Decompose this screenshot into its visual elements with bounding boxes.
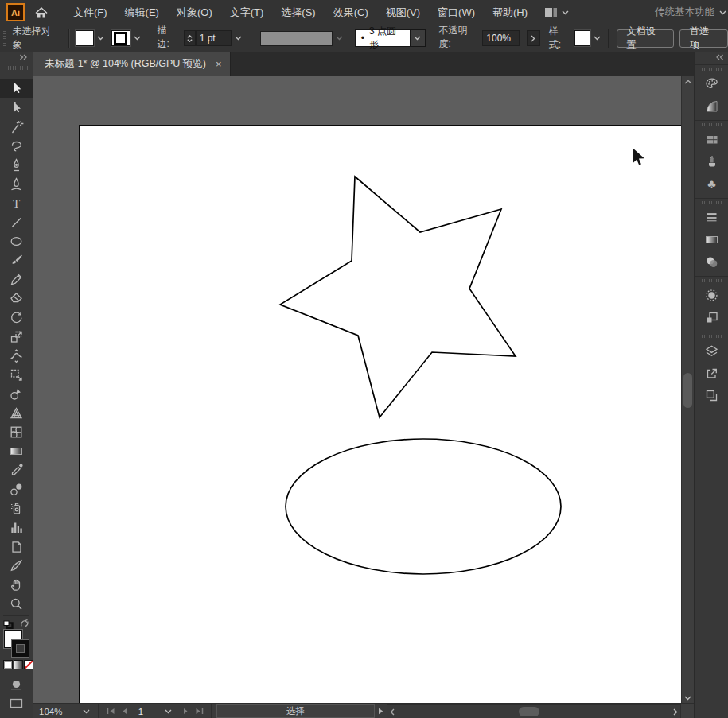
rotate-tool[interactable] [0,308,33,327]
fill-color-swatch[interactable] [76,30,94,46]
zoom-chevron-icon[interactable] [83,709,90,714]
brushes-panel-button[interactable] [695,150,728,173]
arrange-documents-button[interactable] [544,7,569,17]
chevron-down-icon[interactable] [97,36,104,41]
dock-grip[interactable] [6,66,28,70]
shaper-tool[interactable] [0,270,33,289]
swap-fill-stroke-icon[interactable] [20,619,29,627]
gradient-tool[interactable] [0,441,33,460]
transparency-panel-button[interactable] [695,250,728,273]
scroll-right-icon[interactable] [673,708,678,716]
zoom-level-value[interactable]: 104% [39,707,83,716]
color-mode-button[interactable] [3,660,13,669]
lasso-tool[interactable] [0,136,33,155]
more-options-button[interactable] [527,30,540,46]
shape-builder-tool[interactable] [0,384,33,403]
layers-panel-button[interactable] [695,340,728,362]
preferences-button[interactable]: 首选项 [679,29,728,48]
double-chevron-right-icon[interactable] [19,54,28,60]
close-tab-icon[interactable]: × [216,59,222,69]
ellipse-tool[interactable] [0,231,33,250]
home-icon[interactable] [34,6,49,19]
gradient-mode-button[interactable] [14,660,23,669]
type-tool[interactable]: T [0,193,33,212]
double-chevron-left-icon[interactable] [715,54,724,64]
magic-wand-tool[interactable] [0,117,33,136]
hand-tool[interactable] [0,575,33,594]
stroke-weight-label[interactable]: 描边: [158,24,179,52]
stroke-panel-button[interactable] [695,206,728,228]
scale-tool[interactable] [0,327,33,346]
menu-item-8[interactable]: 帮助(H) [484,0,536,25]
menu-item-0[interactable]: 文件(F) [64,0,116,25]
chevron-down-icon[interactable] [235,36,242,41]
horizontal-scroll-thumb[interactable] [519,707,539,716]
chevron-down-icon[interactable] [411,29,425,47]
zoom-tool[interactable] [0,594,33,613]
selection-tool[interactable] [0,79,33,98]
artboard-chevron-icon[interactable] [165,709,172,714]
document-tab[interactable]: 未标题-1* @ 104% (RGB/GPU 预览) × [33,52,231,76]
vertical-scrollbar[interactable] [681,76,695,703]
opacity-label[interactable]: 不透明度: [439,24,479,52]
paintbrush-tool[interactable] [0,250,33,270]
free-transform-tool[interactable] [0,365,33,384]
width-tool[interactable] [0,346,33,365]
scroll-down-icon[interactable] [684,696,691,701]
chevron-down-icon[interactable] [594,36,601,41]
menu-item-6[interactable]: 视图(V) [377,0,429,25]
curvature-tool[interactable] [0,174,33,193]
artboards-panel-button[interactable] [695,384,728,406]
horizontal-scrollbar[interactable] [387,704,681,718]
color-panel-button[interactable] [695,72,728,95]
chevron-down-icon[interactable] [134,36,141,41]
panel-group-grip[interactable] [695,332,728,340]
opacity-field[interactable]: 100% [482,30,520,46]
blend-tool[interactable] [0,479,33,499]
document-setup-button[interactable]: 文档设置 [617,29,675,48]
mesh-tool[interactable] [0,422,33,441]
stroke-swatch[interactable] [12,640,29,657]
artboard-tool[interactable] [0,537,33,556]
panel-group-grip[interactable] [695,65,728,72]
menu-item-2[interactable]: 对象(O) [168,0,221,25]
stroke-color-swatch[interactable] [111,30,130,46]
canvas[interactable] [33,76,681,703]
screen-mode-button[interactable] [0,693,33,712]
scroll-up-icon[interactable] [684,80,692,84]
drawing-modes-button[interactable] [0,674,33,693]
line-segment-tool[interactable] [0,212,33,231]
vertical-scroll-thumb[interactable] [683,373,692,408]
panel-group-grip[interactable] [695,121,728,128]
symbol-sprayer-tool[interactable] [0,499,33,518]
app-logo-icon[interactable]: Ai [6,3,25,21]
swatches-panel-button[interactable] [695,128,728,150]
slice-tool[interactable] [0,556,33,575]
graphic-styles-panel-button[interactable] [695,306,728,328]
pen-tool[interactable] [0,155,33,174]
panel-group-grip[interactable] [695,199,728,206]
prev-artboard-icon[interactable] [122,708,127,715]
workspace-switcher[interactable]: 传统基本功能 [655,6,728,19]
default-fill-stroke-icon[interactable] [3,620,14,629]
menu-item-3[interactable]: 文字(T) [221,0,273,25]
appearance-panel-button[interactable] [695,284,728,306]
style-swatch[interactable] [574,30,590,46]
eraser-tool[interactable] [0,289,33,308]
artboard-number-field[interactable]: 1 [138,707,165,716]
column-graph-tool[interactable] [0,518,33,537]
menu-item-1[interactable]: 编辑(E) [116,0,168,25]
asset-export-panel-button[interactable] [695,362,728,384]
symbols-panel-button[interactable]: ♣ [695,173,728,195]
gradient-panel-panel-button[interactable] [695,228,728,250]
first-artboard-icon[interactable] [107,708,115,715]
stroke-weight-stepper[interactable] [184,30,196,46]
status-menu-icon[interactable] [378,708,383,715]
panel-grip[interactable] [2,29,7,48]
scroll-left-icon[interactable] [390,708,395,716]
eyedropper-tool[interactable] [0,460,33,479]
panel-group-grip[interactable] [695,277,728,284]
brush-definition-dropdown[interactable]: • 3 点圆形 [355,29,411,47]
menu-item-5[interactable]: 效果(C) [325,0,377,25]
last-artboard-icon[interactable] [195,708,204,715]
